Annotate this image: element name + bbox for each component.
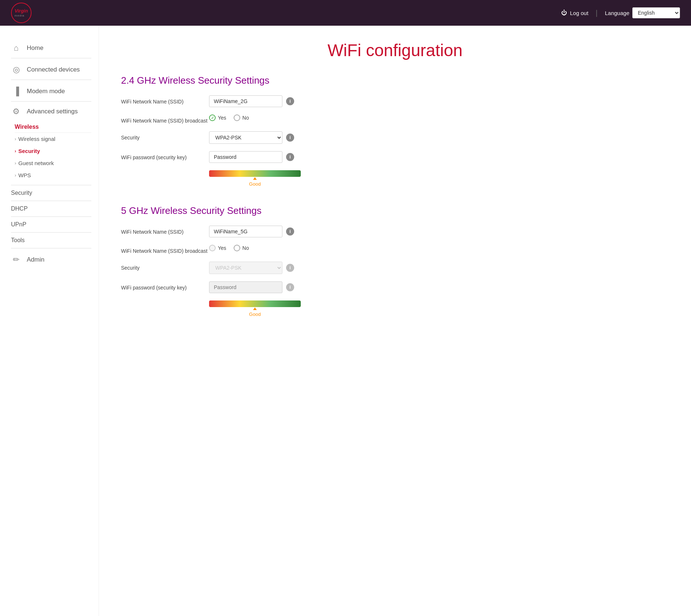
sidebar-item-admin[interactable]: ✏ Admin: [11, 248, 91, 270]
broadcast-5-row: WiFi Network Name (SSID) broadcast Yes N…: [121, 245, 669, 254]
sidebar-item-security-flat[interactable]: Security: [11, 185, 91, 201]
section-24ghz: 2.4 GHz Wireless Security Settings WiFi …: [121, 75, 669, 187]
main-content: WiFi configuration 2.4 GHz Wireless Secu…: [99, 26, 691, 616]
wireless-signal-label: Wireless signal: [18, 136, 55, 142]
strength-marker-5: [253, 307, 257, 310]
advanced-settings-section: ⚙ Advanced settings Wireless › Wireless …: [11, 102, 91, 185]
broadcast-5-yes-option[interactable]: Yes: [209, 245, 226, 251]
broadcast-5-no-radio[interactable]: [234, 245, 240, 251]
sidebar-item-wireless-signal[interactable]: › Wireless signal: [15, 133, 91, 145]
password-5-input[interactable]: [209, 281, 282, 293]
header: Virgin media ⏻ Log out | Language Englis…: [0, 0, 691, 26]
language-selector: Language English Español Français Deutsc…: [605, 7, 680, 18]
main-layout: ⌂ Home ◎ Connected devices ▐ Modem mode …: [0, 26, 691, 616]
home-icon: ⌂: [11, 43, 21, 53]
sidebar-home-label: Home: [27, 44, 43, 52]
security-5-select[interactable]: WPA2-PSK WPA-PSK WPA2/WPA-PSK None: [209, 262, 282, 274]
ssid-5-row: WiFi Network Name (SSID) i: [121, 226, 669, 237]
broadcast-yes-option[interactable]: Yes: [209, 114, 226, 121]
admin-label: Admin: [27, 256, 44, 263]
ssid-5-info-icon[interactable]: i: [286, 227, 294, 236]
sidebar-item-upnp[interactable]: UPnP: [11, 217, 91, 233]
security-5-info-icon[interactable]: i: [286, 264, 294, 272]
wireless-label[interactable]: Wireless: [15, 121, 91, 133]
wps-label: WPS: [18, 172, 31, 178]
page-title: WiFi configuration: [121, 40, 669, 60]
connected-devices-icon: ◎: [11, 65, 21, 74]
sidebar: ⌂ Home ◎ Connected devices ▐ Modem mode …: [0, 26, 99, 616]
broadcast-yes-label: Yes: [218, 115, 226, 121]
security-5-row: Security WPA2-PSK WPA-PSK WPA2/WPA-PSK N…: [121, 262, 669, 274]
broadcast-no-radio[interactable]: [234, 114, 240, 121]
broadcast-yes-radio[interactable]: [209, 114, 216, 121]
admin-icon: ✏: [11, 255, 21, 265]
modem-icon: ▐: [11, 87, 21, 96]
ssid-5-label: WiFi Network Name (SSID): [121, 226, 209, 235]
sidebar-connected-label: Connected devices: [27, 66, 80, 73]
password-24-input[interactable]: [209, 151, 282, 163]
settings-icon: ⚙: [11, 107, 21, 116]
ssid-24-info-icon[interactable]: i: [286, 97, 294, 105]
ssid-24-controls: i: [209, 95, 669, 107]
strength-bar-5-container: Good: [209, 300, 669, 317]
password-5-row: WiFi password (security key) i: [121, 281, 669, 293]
broadcast-5-yes-label: Yes: [218, 245, 226, 251]
upnp-label: UPnP: [11, 221, 26, 227]
broadcast-5-no-label: No: [242, 245, 249, 251]
sidebar-item-guest-network[interactable]: › Guest network: [15, 157, 91, 169]
password-24-info-icon[interactable]: i: [286, 153, 294, 161]
logout-button[interactable]: ⏻ Log out: [561, 10, 588, 16]
security-sub-label: Security: [18, 148, 40, 154]
password-5-controls: i: [209, 281, 669, 293]
security-24-controls: WPA2-PSK WPA-PSK WPA2/WPA-PSK None i: [209, 131, 669, 144]
ssid-5-input[interactable]: [209, 226, 282, 237]
security-5-label: Security: [121, 262, 209, 271]
strength-bar-24-container: Good: [209, 170, 669, 187]
sidebar-item-tools[interactable]: Tools: [11, 233, 91, 248]
security-flat-label: Security: [11, 190, 32, 196]
chevron-active-icon: ›: [15, 149, 16, 154]
security-24-select[interactable]: WPA2-PSK WPA-PSK WPA2/WPA-PSK None: [209, 131, 282, 144]
logo-text: Virgin: [15, 8, 28, 14]
section-5-title: 5 GHz Wireless Security Settings: [121, 205, 669, 216]
logout-label: Log out: [570, 10, 588, 16]
sidebar-modem-label: Modem mode: [27, 88, 65, 95]
advanced-settings-label: Advanced settings: [27, 108, 78, 115]
language-dropdown[interactable]: English Español Français Deutsch: [632, 7, 680, 18]
sidebar-item-connected-devices[interactable]: ◎ Connected devices: [11, 58, 91, 80]
sidebar-item-dhcp[interactable]: DHCP: [11, 201, 91, 217]
broadcast-no-option[interactable]: No: [234, 114, 249, 121]
ssid-24-row: WiFi Network Name (SSID) i: [121, 95, 669, 107]
tools-label: Tools: [11, 237, 25, 243]
security-24-row: Security WPA2-PSK WPA-PSK WPA2/WPA-PSK N…: [121, 131, 669, 144]
advanced-sub-items: Wireless › Wireless signal › Security › …: [11, 121, 91, 185]
dhcp-label: DHCP: [11, 205, 28, 212]
broadcast-5-label: WiFi Network Name (SSID) broadcast: [121, 245, 209, 254]
password-24-label: WiFi password (security key): [121, 151, 209, 161]
broadcast-5-yes-radio[interactable]: [209, 245, 216, 251]
sidebar-item-advanced-settings[interactable]: ⚙ Advanced settings: [11, 107, 91, 121]
security-5-controls: WPA2-PSK WPA-PSK WPA2/WPA-PSK None i: [209, 262, 669, 274]
sidebar-item-security[interactable]: › Security: [15, 145, 91, 157]
chevron-wps-icon: ›: [15, 173, 16, 178]
broadcast-5-no-option[interactable]: No: [234, 245, 249, 251]
strength-bar-24: [209, 170, 301, 177]
password-5-info-icon[interactable]: i: [286, 283, 294, 291]
header-divider: |: [596, 9, 597, 17]
logo: Virgin media: [11, 3, 32, 23]
security-24-info-icon[interactable]: i: [286, 134, 294, 142]
broadcast-24-row: WiFi Network Name (SSID) broadcast Yes N…: [121, 114, 669, 124]
sidebar-item-wps[interactable]: › WPS: [15, 169, 91, 181]
chevron-icon: ›: [15, 136, 16, 142]
section-24-title: 2.4 GHz Wireless Security Settings: [121, 75, 669, 86]
broadcast-24-label: WiFi Network Name (SSID) broadcast: [121, 114, 209, 124]
sidebar-item-modem-mode[interactable]: ▐ Modem mode: [11, 80, 91, 102]
strength-bar-5: [209, 300, 301, 307]
strength-label-24: Good: [209, 181, 301, 187]
ssid-24-input[interactable]: [209, 95, 282, 107]
strength-marker-24: [253, 177, 257, 180]
password-24-row: WiFi password (security key) i: [121, 151, 669, 163]
security-24-label: Security: [121, 131, 209, 141]
sidebar-item-home[interactable]: ⌂ Home: [11, 37, 91, 58]
broadcast-24-controls: Yes No: [209, 114, 669, 121]
